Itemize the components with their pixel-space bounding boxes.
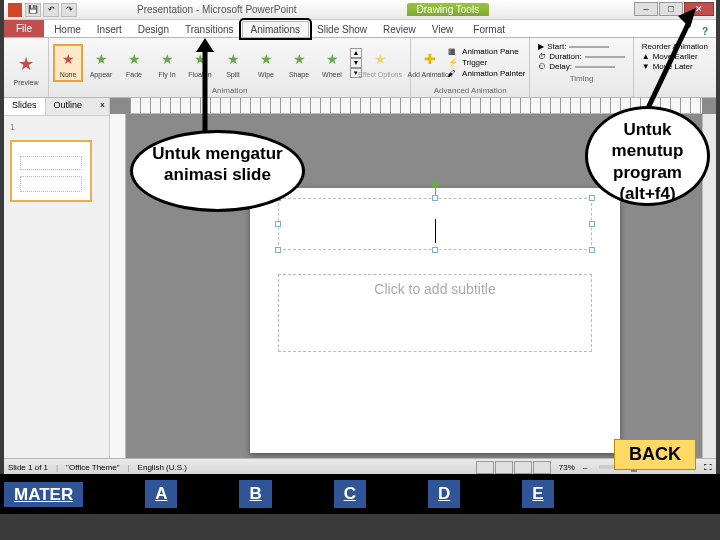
redo-icon[interactable]: ↷ <box>61 3 77 17</box>
tab-animations[interactable]: Animations <box>242 21 309 37</box>
undo-icon[interactable]: ↶ <box>43 3 59 17</box>
ribbon-tabs: File Home Insert Design Transitions Anim… <box>4 20 716 38</box>
tab-home[interactable]: Home <box>46 22 89 37</box>
status-language[interactable]: English (U.S.) <box>138 463 187 472</box>
resize-handle[interactable] <box>275 221 281 227</box>
nav-d[interactable]: D <box>428 480 460 508</box>
tab-review[interactable]: Review <box>375 22 424 37</box>
nav-e[interactable]: E <box>522 480 553 508</box>
fade-icon: ★ <box>123 48 145 70</box>
title-placeholder[interactable] <box>278 198 592 250</box>
nav-c[interactable]: C <box>334 480 366 508</box>
effect-options[interactable]: ★ Effect Options <box>365 48 395 78</box>
split-icon: ★ <box>222 48 244 70</box>
ruler-vertical <box>110 114 126 458</box>
tab-format[interactable]: Format <box>465 22 513 37</box>
start-label: Start: <box>547 42 566 51</box>
zoom-value[interactable]: 73% <box>559 463 575 472</box>
slides-pane: Slides Outline × 1 <box>4 98 110 458</box>
arrow-to-animations <box>190 38 220 132</box>
nav-a[interactable]: A <box>145 480 177 508</box>
pane-icon: ▦ <box>448 47 460 57</box>
effect-options-icon: ★ <box>369 48 391 70</box>
pane-tab-slides[interactable]: Slides <box>4 98 46 115</box>
resize-handle[interactable] <box>432 247 438 253</box>
group-label-advanced: Advanced Animation <box>415 85 525 95</box>
context-tab-drawing: Drawing Tools <box>407 3 490 16</box>
tab-view[interactable]: View <box>424 22 462 37</box>
tab-transitions[interactable]: Transitions <box>177 22 242 37</box>
group-advanced: ✚ Add Animation ▦Animation Pane ⚡Trigger… <box>411 38 530 97</box>
preview-button[interactable]: ★ Preview <box>8 50 44 86</box>
add-animation[interactable]: ✚ Add Animation <box>415 48 445 78</box>
duration-input[interactable] <box>585 56 625 58</box>
anim-fade[interactable]: ★ Fade <box>119 48 149 78</box>
tab-file[interactable]: File <box>4 20 44 37</box>
view-sorter-button[interactable] <box>495 461 513 474</box>
shape-icon: ★ <box>288 48 310 70</box>
view-normal-button[interactable] <box>476 461 494 474</box>
anim-split[interactable]: ★ Split <box>218 48 248 78</box>
slide-thumbnail[interactable] <box>10 140 92 202</box>
resize-handle[interactable] <box>432 195 438 201</box>
duration-label: Duration: <box>549 52 581 61</box>
animation-pane-button[interactable]: ▦Animation Pane <box>448 47 525 57</box>
group-animation: ★ None ★ Appear ★ Fade ★ Fly In ★ Floa <box>49 38 411 97</box>
group-preview: ★ Preview <box>4 38 49 97</box>
status-bar: Slide 1 of 1 | "Office Theme" | English … <box>4 458 716 475</box>
callout-close: Untuk menutup program (alt+f4) <box>585 106 710 206</box>
ribbon: ★ Preview ★ None ★ Appear ★ Fade <box>4 38 716 98</box>
wheel-icon: ★ <box>321 48 343 70</box>
status-theme: "Office Theme" <box>66 463 119 472</box>
view-slideshow-button[interactable] <box>533 461 551 474</box>
fit-button[interactable]: ⛶ <box>704 463 712 472</box>
thumb-number: 1 <box>10 122 15 132</box>
anim-shape[interactable]: ★ Shape <box>284 48 314 78</box>
app-icon <box>8 3 22 17</box>
save-icon[interactable]: 💾 <box>25 3 41 17</box>
back-button[interactable]: BACK <box>614 439 696 470</box>
anim-none[interactable]: ★ None <box>53 44 83 82</box>
svg-line-2 <box>648 20 690 108</box>
resize-handle[interactable] <box>275 247 281 253</box>
slide-canvas[interactable]: Click to add subtitle <box>250 188 620 453</box>
trigger-icon: ⚡ <box>448 58 460 68</box>
title-bar: 💾 ↶ ↷ Presentation - Microsoft PowerPoin… <box>4 0 716 20</box>
tab-insert[interactable]: Insert <box>89 22 130 37</box>
resize-handle[interactable] <box>589 195 595 201</box>
zoom-out-button[interactable]: – <box>583 463 587 472</box>
appear-icon: ★ <box>90 48 112 70</box>
status-slide: Slide 1 of 1 <box>8 463 48 472</box>
painter-icon: 🖌 <box>448 69 460 79</box>
delay-input[interactable] <box>575 66 615 68</box>
trigger-button[interactable]: ⚡Trigger <box>448 58 525 68</box>
anim-wipe[interactable]: ★ Wipe <box>251 48 281 78</box>
bottom-nav: MATER A B C D E <box>0 474 720 514</box>
arrow-to-close <box>640 6 700 108</box>
pane-tab-outline[interactable]: Outline <box>46 98 91 115</box>
help-icon[interactable]: ? <box>702 26 708 37</box>
callout-animations: Untuk mengatur animasi slide <box>130 130 305 212</box>
pane-close-icon[interactable]: × <box>96 98 109 115</box>
anim-appear[interactable]: ★ Appear <box>86 48 116 78</box>
group-label-animation: Animation <box>53 85 406 95</box>
subtitle-placeholder[interactable]: Click to add subtitle <box>278 274 592 352</box>
view-reading-button[interactable] <box>514 461 532 474</box>
nav-b[interactable]: B <box>239 480 271 508</box>
resize-handle[interactable] <box>589 221 595 227</box>
animation-painter-button[interactable]: 🖌Animation Painter <box>448 69 525 79</box>
resize-handle[interactable] <box>589 247 595 253</box>
preview-icon: ★ <box>12 50 40 78</box>
add-animation-icon: ✚ <box>419 48 441 70</box>
none-icon: ★ <box>57 48 79 70</box>
svg-marker-3 <box>678 8 696 28</box>
anim-flyin[interactable]: ★ Fly In <box>152 48 182 78</box>
anim-wheel[interactable]: ★ Wheel <box>317 48 347 78</box>
svg-marker-1 <box>196 38 214 52</box>
start-dropdown[interactable] <box>569 46 609 48</box>
flyin-icon: ★ <box>156 48 178 70</box>
tab-design[interactable]: Design <box>130 22 177 37</box>
rotate-handle[interactable] <box>432 181 439 188</box>
tab-slideshow[interactable]: Slide Show <box>309 22 375 37</box>
nav-mater[interactable]: MATER <box>4 482 83 507</box>
